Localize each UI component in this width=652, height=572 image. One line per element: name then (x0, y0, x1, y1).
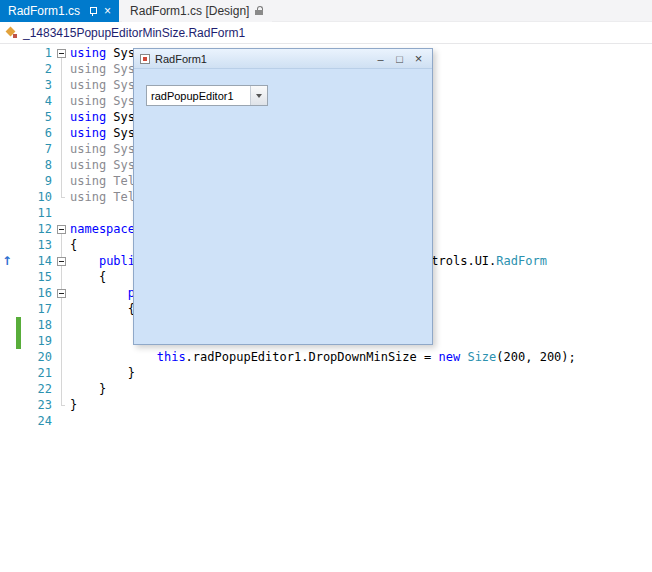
code-text[interactable]: { (70, 237, 77, 253)
code-text[interactable]: using Sys (70, 109, 135, 125)
outlining-margin (52, 301, 70, 317)
change-margin (14, 301, 22, 317)
change-margin (14, 237, 22, 253)
code-text[interactable]: } (70, 381, 106, 397)
outlining-margin (52, 221, 70, 237)
change-margin (14, 413, 22, 429)
code-text[interactable]: using Sys (70, 45, 135, 61)
code-line[interactable]: 22 } (0, 381, 652, 397)
line-number: 17 (22, 301, 52, 317)
code-text[interactable]: using Sys (70, 157, 135, 173)
radform-icon (140, 54, 150, 64)
dropdown-button[interactable] (250, 86, 267, 105)
code-text[interactable]: using Sys (70, 125, 135, 141)
outlining-margin (52, 269, 70, 285)
change-margin (14, 285, 22, 301)
window-client-area: radPopupEditor1 (134, 69, 432, 344)
outlining-margin (52, 61, 70, 77)
change-margin (14, 141, 22, 157)
indicator-margin (0, 285, 14, 301)
outlining-margin (52, 205, 70, 221)
code-text[interactable]: } (70, 365, 135, 381)
code-line[interactable]: 23} (0, 397, 652, 413)
maximize-icon[interactable]: □ (392, 50, 407, 68)
code-text[interactable]: using Sys (70, 141, 135, 157)
outlining-margin (52, 157, 70, 173)
code-text[interactable]: using Sys (70, 77, 135, 93)
fold-minus-icon[interactable] (57, 289, 66, 298)
change-margin (14, 93, 22, 109)
line-number: 3 (22, 77, 52, 93)
code-text[interactable]: { (70, 269, 106, 285)
code-text[interactable]: using Sys (70, 61, 135, 77)
code-text[interactable]: using Sys (70, 93, 135, 109)
indicator-margin (0, 61, 14, 77)
indicator-margin (0, 317, 14, 333)
outlining-margin (52, 93, 70, 109)
line-number: 5 (22, 109, 52, 125)
indicator-margin (0, 109, 14, 125)
fold-minus-icon[interactable] (57, 49, 66, 58)
change-margin (14, 221, 22, 237)
indicator-margin (0, 397, 14, 413)
close-tab-icon[interactable]: × (104, 5, 111, 17)
outlining-margin (52, 365, 70, 381)
code-text[interactable]: using Tel (70, 189, 135, 205)
radpopupeditor-combobox[interactable]: radPopupEditor1 (146, 85, 268, 106)
code-line[interactable]: 24 (0, 413, 652, 429)
code-text[interactable]: using Tel (70, 173, 135, 189)
code-text[interactable]: { (70, 301, 135, 317)
code-line[interactable]: 21 } (0, 365, 652, 381)
line-number: 21 (22, 365, 52, 381)
line-number: 19 (22, 333, 52, 349)
change-margin (14, 381, 22, 397)
indicator-margin (0, 381, 14, 397)
outlining-margin (52, 109, 70, 125)
line-number: 7 (22, 141, 52, 157)
code-text[interactable]: this.radPopupEditor1.DropDownMinSize = n… (70, 349, 576, 365)
line-number: 13 (22, 237, 52, 253)
tab-radform1-cs[interactable]: RadForm1.cs × (0, 0, 119, 22)
fold-minus-icon[interactable] (57, 257, 66, 266)
change-margin (14, 157, 22, 173)
change-margin (14, 253, 22, 269)
change-margin (14, 61, 22, 77)
indicator-margin (0, 141, 14, 157)
indicator-margin (0, 221, 14, 237)
line-number: 22 (22, 381, 52, 397)
minimize-icon[interactable]: – (373, 50, 388, 68)
line-number: 9 (22, 173, 52, 189)
line-number: 6 (22, 125, 52, 141)
outlining-margin (52, 397, 70, 413)
indicator-margin (0, 349, 14, 365)
pin-icon[interactable] (88, 6, 97, 17)
navigation-bar: _1483415PopupEditorMinSize.RadForm1 (0, 22, 652, 44)
outlining-margin (52, 237, 70, 253)
radform1-window[interactable]: RadForm1 – □ × radPopupEditor1 (133, 48, 433, 345)
line-number: 18 (22, 317, 52, 333)
line-number: 14 (22, 253, 52, 269)
tab-radform1-design[interactable]: RadForm1.cs [Design] (122, 0, 272, 22)
line-number: 16 (22, 285, 52, 301)
indicator-margin: ↑ (0, 253, 14, 269)
code-text[interactable]: } (70, 397, 77, 413)
close-icon[interactable]: × (411, 50, 426, 68)
code-line[interactable]: 20 this.radPopupEditor1.DropDownMinSize … (0, 349, 652, 365)
change-margin (14, 317, 22, 333)
window-titlebar[interactable]: RadForm1 – □ × (134, 49, 432, 69)
change-margin (14, 205, 22, 221)
vs-window: RadForm1.cs × RadForm1.cs [Design] _1483… (0, 0, 652, 572)
indicator-margin (0, 413, 14, 429)
outlining-margin (52, 381, 70, 397)
outlining-margin (52, 141, 70, 157)
outlining-margin (52, 189, 70, 205)
outlining-margin (52, 333, 70, 349)
change-bar (16, 333, 21, 349)
breadcrumb[interactable]: _1483415PopupEditorMinSize.RadForm1 (23, 26, 245, 40)
outlining-margin (52, 77, 70, 93)
fold-minus-icon[interactable] (57, 225, 66, 234)
nav-arrow-icon: ↑ (1, 254, 13, 268)
line-number: 12 (22, 221, 52, 237)
outlining-margin (52, 285, 70, 301)
indicator-margin (0, 237, 14, 253)
